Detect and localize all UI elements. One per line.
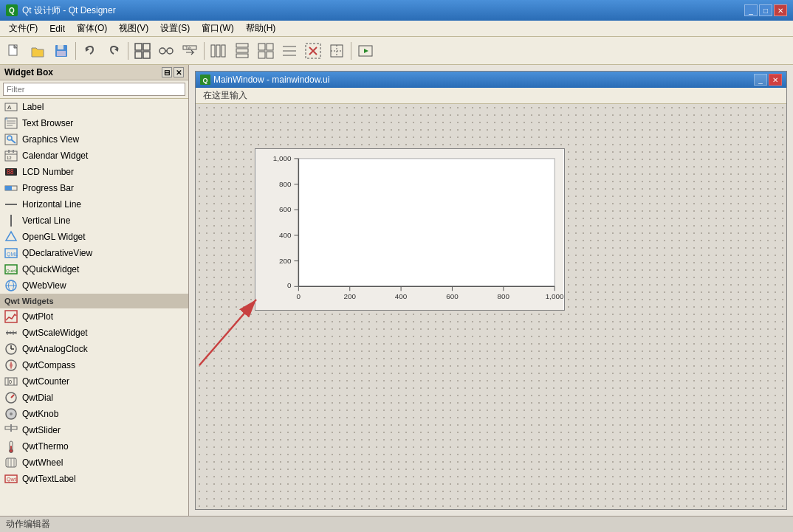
menu-wnd[interactable]: 窗口(W) bbox=[196, 21, 239, 36]
svg-text:QML: QML bbox=[7, 252, 18, 258]
widget-item-hline-text: Horizontal Line bbox=[22, 199, 81, 210]
adjust-size-button[interactable] bbox=[326, 41, 348, 61]
svg-rect-5 bbox=[58, 45, 63, 49]
widget-item-vline[interactable]: Vertical Line bbox=[0, 213, 188, 229]
svg-marker-38 bbox=[364, 49, 368, 53]
widget-item-qwtthermo[interactable]: QwtThermo bbox=[0, 438, 188, 455]
svg-rect-25 bbox=[267, 44, 273, 50]
svg-text:800: 800 bbox=[279, 180, 292, 188]
widget-item-label[interactable]: A Label bbox=[0, 99, 188, 115]
svg-text:Tab: Tab bbox=[185, 46, 191, 50]
svg-rect-24 bbox=[258, 44, 265, 50]
widget-item-qwtplot[interactable]: QwtPlot bbox=[0, 308, 188, 325]
vline-icon bbox=[4, 214, 18, 227]
menu-help[interactable]: 帮助(H) bbox=[240, 21, 282, 36]
break-layout-button[interactable] bbox=[302, 41, 324, 61]
svg-text:1,000: 1,000 bbox=[273, 154, 292, 162]
preview-button[interactable] bbox=[354, 41, 377, 61]
widget-item-qwtthermo-text: QwtThermo bbox=[22, 441, 69, 452]
widget-item-qdecl-text: QDeclarativeView bbox=[22, 248, 92, 258]
widget-item-opengl[interactable]: OpenGL Widget bbox=[0, 229, 188, 245]
svg-text:1,000: 1,000 bbox=[546, 292, 564, 300]
qwtclock-icon bbox=[4, 342, 18, 356]
widget-item-progress-bar[interactable]: Progress Bar bbox=[0, 180, 188, 196]
new-button[interactable] bbox=[3, 41, 25, 61]
widget-item-qwtcounter[interactable]: 0 QwtCounter bbox=[0, 373, 188, 390]
svg-rect-19 bbox=[216, 45, 220, 57]
save-button[interactable] bbox=[50, 41, 72, 61]
svg-text:800: 800 bbox=[498, 292, 510, 300]
svg-marker-78 bbox=[10, 361, 13, 370]
menu-file[interactable]: 文件(F) bbox=[3, 21, 44, 36]
qwttextlabel-icon: Qwt bbox=[4, 472, 18, 486]
svg-rect-57 bbox=[5, 186, 12, 190]
menu-settings[interactable]: 设置(S) bbox=[154, 21, 196, 36]
designer-icon: Q bbox=[200, 75, 210, 85]
widget-item-qwtdial-text: QwtDial bbox=[22, 393, 53, 403]
minimize-button[interactable]: _ bbox=[744, 4, 758, 16]
layout-h-button[interactable] bbox=[207, 41, 230, 61]
layout-v-button[interactable] bbox=[231, 41, 253, 61]
progressbar-icon bbox=[4, 182, 18, 195]
widget-item-calendar[interactable]: 12 Calendar Widget bbox=[0, 148, 188, 164]
widget-item-qwtclock[interactable]: QwtAnalogClock bbox=[0, 341, 188, 357]
qquick-icon: Quick bbox=[4, 263, 18, 276]
redo-button[interactable] bbox=[103, 41, 125, 61]
widget-item-qwtscale[interactable]: QwtScaleWidget bbox=[0, 325, 188, 341]
widget-item-calendar-text: Calendar Widget bbox=[22, 151, 88, 161]
calendar-icon: 12 bbox=[4, 149, 18, 162]
widget-item-opengl-text: OpenGL Widget bbox=[22, 232, 86, 242]
widget-item-qwtcompass-text: QwtCompass bbox=[22, 360, 75, 370]
filter-input[interactable] bbox=[3, 83, 185, 96]
svg-rect-68 bbox=[5, 311, 17, 322]
form-canvas[interactable]: 1,000 800 600 400 200 0 bbox=[196, 104, 786, 509]
widget-item-label-text: Label bbox=[22, 102, 44, 112]
widget-item-qweb-text: QWebView bbox=[22, 280, 66, 291]
status-bar: 动作编辑器 bbox=[0, 516, 793, 532]
svg-rect-11 bbox=[135, 52, 142, 58]
layout-grid-button[interactable] bbox=[255, 41, 277, 61]
widget-item-qwttextlabel[interactable]: Qwt QwtTextLabel bbox=[0, 471, 188, 487]
designer-minimize-button[interactable]: _ bbox=[754, 74, 767, 86]
widget-item-qwtcompass[interactable]: QwtCompass bbox=[0, 357, 188, 373]
widget-item-qwtknob[interactable]: QwtKnob bbox=[0, 406, 188, 422]
signal-slot-button[interactable] bbox=[155, 41, 177, 61]
widget-box-title: Widget Box bbox=[4, 67, 53, 77]
widget-item-qwtdial[interactable]: QwtDial bbox=[0, 390, 188, 406]
widget-item-qwtplot-text: QwtPlot bbox=[22, 311, 53, 322]
svg-text:A: A bbox=[5, 117, 8, 121]
widget-item-qwtwheel[interactable]: QwtWheel bbox=[0, 455, 188, 471]
svg-point-91 bbox=[10, 449, 13, 453]
widget-item-hline[interactable]: Horizontal Line bbox=[0, 196, 188, 213]
open-button[interactable] bbox=[27, 41, 49, 61]
widget-box-close-button[interactable]: ✕ bbox=[174, 67, 184, 77]
qwtplot-canvas-widget[interactable]: 1,000 800 600 400 200 0 bbox=[255, 148, 565, 311]
layout-form-button[interactable] bbox=[278, 41, 301, 61]
widget-item-text-browser[interactable]: A Text Browser bbox=[0, 115, 188, 131]
widget-item-graphics-view[interactable]: Graphics View bbox=[0, 131, 188, 148]
qwtcompass-icon bbox=[4, 359, 18, 372]
widget-item-qweb[interactable]: QWebView bbox=[0, 277, 188, 294]
menu-edit[interactable]: Edit bbox=[44, 22, 71, 35]
qwtcounter-icon: 0 bbox=[4, 375, 18, 388]
svg-text:Q: Q bbox=[9, 7, 15, 15]
qwtwheel-icon bbox=[4, 456, 18, 469]
svg-rect-22 bbox=[236, 49, 248, 52]
widget-box-float-button[interactable]: ⊟ bbox=[162, 67, 172, 77]
widget-item-qwtslider[interactable]: QwtSlider bbox=[0, 422, 188, 438]
widget-editor-button[interactable] bbox=[131, 41, 154, 61]
widget-item-lcd[interactable]: 88 LCD Number bbox=[0, 164, 188, 180]
tab-order-button[interactable]: Tab bbox=[179, 41, 201, 61]
widget-item-qwtslider-text: QwtSlider bbox=[22, 425, 61, 435]
undo-button[interactable] bbox=[79, 41, 101, 61]
menu-view[interactable]: 视图(V) bbox=[113, 21, 154, 36]
menu-window[interactable]: 窗体(O) bbox=[71, 21, 113, 36]
designer-close-button[interactable]: ✕ bbox=[769, 74, 782, 86]
widget-box-controls: ⊟ ✕ bbox=[162, 67, 184, 77]
widget-item-qquick[interactable]: Quick QQuickWidget bbox=[0, 261, 188, 277]
close-title-button[interactable]: ✕ bbox=[774, 4, 787, 16]
maximize-button[interactable]: □ bbox=[759, 4, 772, 16]
widget-item-qwttextlabel-text: QwtTextLabel bbox=[22, 474, 76, 484]
widget-list: A Label A Text Browser Graphics View 12 bbox=[0, 99, 188, 516]
widget-item-qdecl[interactable]: QML QDeclarativeView bbox=[0, 245, 188, 261]
